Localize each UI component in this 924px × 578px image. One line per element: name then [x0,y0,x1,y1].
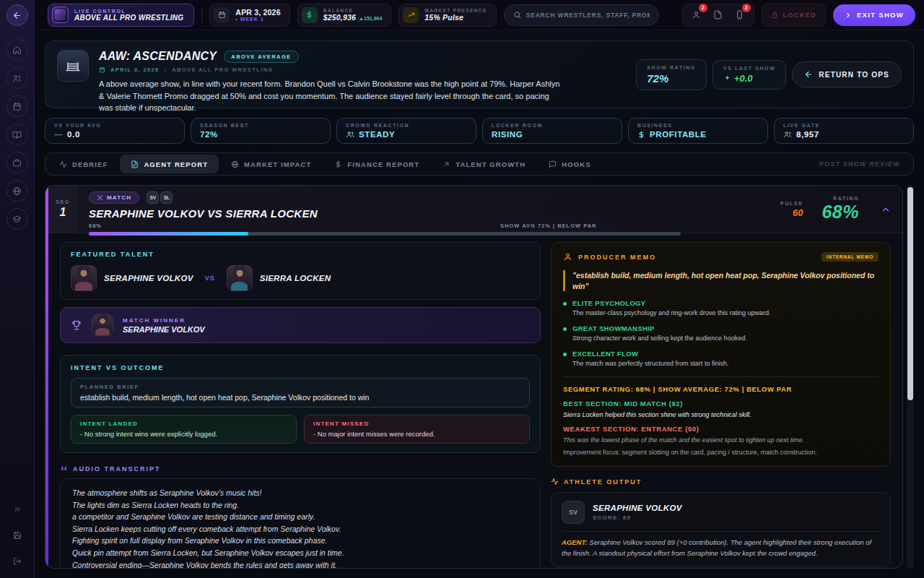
divider [563,376,879,377]
sidebar-item-business[interactable] [6,152,28,173]
tab-hooks[interactable]: HOOKS [538,155,601,173]
memo-highlight: EXCELLENT FLOW The match was perfectly s… [563,350,879,367]
progress-fill [89,232,248,236]
best-section-label: BEST SECTION: MID MATCH (92) [563,400,879,407]
tab-label: FINANCE REPORT [347,160,419,168]
return-to-ops-button[interactable]: RETURN TO OPS [792,61,902,87]
planned-brief-text: establish build, medium length, hot open… [80,393,520,402]
back-button[interactable] [6,4,28,26]
talent-name: SIERRA LOCKEN [260,274,331,282]
producer-memo-card: PRODUCER MEMO INTERNAL MEMO "establish b… [551,242,891,467]
roster-alerts-button[interactable]: 2 [687,6,706,25]
agent-label: AGENT: [562,538,588,546]
athlete-output-title: ATHLETE OUTPUT [564,478,642,486]
tab-market-impact[interactable]: MARKET IMPACT [220,155,322,173]
phone-icon [735,10,744,20]
athlete-card: SV SERAPHINE VOLKOV SCORE: 89 AGENT: Ser… [551,492,891,567]
tab-debrief[interactable]: DEBRIEF [48,155,118,173]
sidebar-footer [9,501,25,569]
weakest-section-note: This was the lowest phase of the match a… [563,436,879,444]
vs-label: VS [205,275,215,282]
intent-landed-label: INTENT LANDED [80,420,287,427]
match-type-label: MATCH [107,194,131,201]
divider [562,531,880,532]
avatar [227,265,253,291]
pulse-metric: PULSE 60 [780,201,803,218]
talent-name: SERAPHINE VOLKOV [104,274,193,282]
stat-label: SEASON BEST [200,123,321,128]
segment-card: SEG 1 MATCH SV SL [45,185,903,569]
expand-sidebar-button[interactable] [9,501,25,517]
topbar: LIVE CONTROL ABOVE ALL PRO WRESTLING APR… [35,0,924,30]
exit-show-button[interactable]: EXIT SHOW [833,4,915,26]
stat-value: 8,957 [796,130,819,139]
file-text-icon [131,160,139,168]
search-input[interactable] [526,12,650,19]
scrollbar-thumb[interactable] [907,187,913,400]
calendar-icon [12,102,22,111]
sidebar-item-calendar[interactable] [6,95,28,117]
transcript-line: Fighting spirit on full display from Ser… [72,536,528,545]
tab-talent-growth[interactable]: TALENT GROWTH [432,155,536,173]
save-button[interactable] [9,527,25,543]
brand-name: ABOVE ALL PRO WRESTLING [74,14,183,22]
scrollbar[interactable] [907,185,914,569]
participant-chips: SV SL [147,191,173,204]
transcript-line: a competitor and Seraphine Volkov are te… [72,512,528,522]
highlight-desc: Strong character work and selling kept t… [572,335,747,342]
post-show-review-label: POST SHOW REVIEW [819,160,910,168]
tab-agent-report[interactable]: AGENT REPORT [120,155,219,173]
stat-locker-room: LOCKER ROOM RISING [482,118,622,144]
quote-icon [60,465,68,473]
rating-metric: RATING 68% [821,196,859,223]
segment-pct-label: 68% [89,223,102,229]
stat-business: BUSINESS PROFITABLE [628,118,768,144]
stat-vs-your-avg: VS YOUR AVG —0.0 [45,118,185,144]
globe-icon [231,160,239,168]
tab-finance-report[interactable]: FINANCE REPORT [323,155,430,173]
audio-transcript-section: AUDIO TRANSCRIPT The atmosphere shifts a… [60,465,541,569]
main-content: AAW: ASCENDANCY ABOVE AVERAGE APRIL 3, 2… [35,30,924,578]
sidebar-item-training[interactable] [6,208,28,230]
stat-label: CROWD REACTION [346,123,467,128]
segment-rating-summary: SEGMENT RATING: 68% | SHOW AVERAGE: 72% … [563,385,879,393]
athlete-initials-chip: SV [562,501,585,524]
vs-last-show-value: +0.0 [734,73,753,84]
sidebar-item-home[interactable] [6,39,28,61]
brand-chip[interactable]: LIVE CONTROL ABOVE ALL PRO WRESTLING [48,4,194,27]
stat-value: 72% [200,130,218,139]
producer-quote: "establish build, medium length, hot ope… [563,270,879,291]
sidebar-item-booking[interactable] [6,124,28,145]
participant-chip: SL [160,191,173,204]
rating-label: RATING [821,196,859,201]
logout-icon [13,557,22,566]
tab-label: TALENT GROWTH [456,160,526,168]
search-bar[interactable] [504,4,659,26]
intent-missed-text: - No major intent misses were recorded. [313,430,520,438]
app-window: LIVE CONTROL ABOVE ALL PRO WRESTLING APR… [0,0,924,578]
briefcase-icon [12,158,22,168]
dollar-icon [302,7,318,23]
segment-avg-note: SHOW AVG 72% | BELOW PAR [500,223,596,229]
stat-value: 0.0 [67,130,80,139]
stats-row: VS YOUR AVG —0.0 SEASON BEST 72% CROWD R… [45,118,914,144]
dollar-icon [334,160,342,168]
sidebar-item-roster[interactable] [6,67,28,89]
logout-button[interactable] [9,553,25,569]
collapse-segment-button[interactable] [881,204,891,215]
show-rating-chip: SHOW RATING 72% [636,59,707,90]
intent-landed-text: - No strong intent wins were explicitly … [80,430,287,438]
segment-header: SEG 1 MATCH SV SL [45,186,902,233]
featured-talent-title: FEATURED TALENT [71,251,530,258]
sidebar-item-world[interactable] [6,180,28,202]
chevron-up-icon [881,204,891,215]
sidebar-nav [6,39,28,230]
intent-landed-box: INTENT LANDED - No strong intent wins we… [71,415,297,444]
documents-button[interactable] [709,6,728,25]
bullet-dot [563,353,567,356]
athlete-score: SCORE: 89 [593,514,682,521]
segment-progress: 68% SHOW AVG 72% | BELOW PAR [89,223,681,236]
stat-value: STEADY [359,130,395,139]
messages-button[interactable]: 2 [731,6,749,25]
notification-badge: 2 [699,4,707,12]
